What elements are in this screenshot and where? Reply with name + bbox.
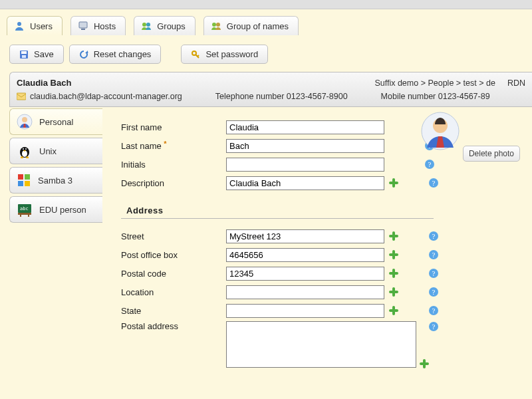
input-pobox[interactable] bbox=[226, 248, 384, 262]
user-icon bbox=[14, 21, 25, 31]
save-button[interactable]: Save bbox=[9, 45, 64, 64]
tab-group-of-names[interactable]: Group of names bbox=[203, 16, 299, 35]
set-password-button[interactable]: Set password bbox=[181, 45, 268, 64]
svg-text:?: ? bbox=[432, 251, 436, 259]
row-description: Description ? bbox=[121, 174, 440, 192]
help-state[interactable]: ? bbox=[428, 305, 439, 316]
input-postal[interactable] bbox=[226, 267, 384, 281]
svg-rect-24 bbox=[18, 213, 31, 215]
reset-icon bbox=[79, 50, 88, 59]
svg-rect-8 bbox=[21, 51, 27, 54]
input-description[interactable] bbox=[226, 176, 384, 190]
svg-point-3 bbox=[142, 23, 146, 27]
help-postal-addr[interactable]: ? bbox=[428, 321, 439, 332]
row-street: Street ? bbox=[121, 227, 440, 245]
avatar-icon bbox=[420, 111, 460, 151]
save-label: Save bbox=[34, 49, 54, 59]
tab-hosts[interactable]: Hosts bbox=[70, 16, 126, 35]
tab-users[interactable]: Users bbox=[7, 16, 63, 35]
svg-rect-19 bbox=[25, 174, 30, 180]
tab-groups-label: Groups bbox=[157, 21, 186, 31]
row-location: Location ? bbox=[121, 283, 440, 301]
tab-groups[interactable]: Groups bbox=[134, 16, 196, 35]
delete-photo-button[interactable]: Delete photo bbox=[463, 146, 520, 162]
svg-text:?: ? bbox=[432, 269, 436, 277]
sidetab-samba-label: Samba 3 bbox=[38, 176, 72, 186]
add-postal-addr[interactable] bbox=[419, 358, 430, 369]
label-location: Location bbox=[121, 287, 226, 297]
svg-text:?: ? bbox=[432, 307, 436, 315]
input-postal-addr[interactable] bbox=[226, 321, 416, 368]
mail-icon bbox=[17, 92, 26, 100]
help-description[interactable]: ? bbox=[428, 178, 439, 188]
svg-rect-11 bbox=[17, 93, 26, 100]
label-street: Street bbox=[121, 231, 226, 241]
input-first-name[interactable] bbox=[226, 120, 384, 134]
delete-photo-label: Delete photo bbox=[469, 149, 514, 158]
row-last-name: Last name * ? bbox=[121, 136, 440, 155]
input-location[interactable] bbox=[226, 285, 384, 299]
input-street[interactable] bbox=[226, 229, 384, 243]
account-name: Claudia Bach bbox=[17, 78, 71, 88]
host-icon bbox=[78, 21, 88, 31]
svg-rect-21 bbox=[25, 181, 30, 186]
help-location[interactable]: ? bbox=[428, 287, 439, 297]
svg-rect-52 bbox=[389, 291, 398, 293]
svg-point-16 bbox=[23, 148, 24, 150]
svg-text:?: ? bbox=[432, 179, 436, 187]
svg-point-17 bbox=[25, 148, 27, 150]
fields: First name ? Last name * ? Initials ? De… bbox=[121, 118, 440, 369]
svg-text:?: ? bbox=[432, 288, 436, 296]
label-description: Description bbox=[121, 178, 226, 188]
input-last-name[interactable] bbox=[226, 139, 384, 153]
side-tabs: Personal Unix Samba 3 abc EDU person bbox=[9, 107, 102, 369]
add-pobox[interactable] bbox=[388, 249, 399, 260]
add-street[interactable] bbox=[388, 231, 399, 241]
sidetab-personal-label: Personal bbox=[39, 117, 73, 127]
svg-rect-20 bbox=[18, 181, 23, 186]
section-address: Address bbox=[121, 192, 434, 219]
suffix-path[interactable]: Suffix demo > People > test > de bbox=[374, 78, 495, 88]
sidetab-edu[interactable]: abc EDU person bbox=[9, 196, 102, 223]
svg-point-5 bbox=[212, 23, 216, 27]
svg-rect-48 bbox=[389, 272, 398, 275]
reset-label: Reset changes bbox=[94, 49, 152, 59]
account-summary: Claudia Bach Suffix demo > People > test… bbox=[9, 72, 532, 107]
row-state: State ? bbox=[121, 301, 440, 320]
help-street[interactable]: ? bbox=[428, 231, 439, 241]
sidetab-edu-label: EDU person bbox=[39, 205, 86, 215]
save-icon bbox=[19, 50, 29, 59]
svg-point-0 bbox=[17, 22, 21, 26]
label-last-name: Last name * bbox=[121, 141, 226, 151]
add-location[interactable] bbox=[388, 287, 399, 297]
sidetab-unix[interactable]: Unix bbox=[9, 138, 102, 164]
svg-rect-9 bbox=[22, 55, 26, 58]
svg-rect-36 bbox=[389, 182, 398, 184]
help-pobox[interactable]: ? bbox=[428, 249, 439, 260]
add-description[interactable] bbox=[388, 178, 399, 188]
svg-text:?: ? bbox=[432, 232, 436, 240]
svg-point-6 bbox=[216, 23, 220, 27]
reset-button[interactable]: Reset changes bbox=[69, 45, 162, 64]
add-postal[interactable] bbox=[388, 268, 399, 279]
svg-rect-1 bbox=[79, 22, 87, 28]
svg-rect-40 bbox=[389, 235, 398, 237]
sidetab-samba[interactable]: Samba 3 bbox=[9, 167, 102, 194]
svg-rect-44 bbox=[389, 253, 398, 256]
sidetab-personal[interactable]: Personal bbox=[9, 108, 102, 135]
add-state[interactable] bbox=[388, 305, 399, 316]
group-names-icon bbox=[211, 21, 221, 31]
label-initials: Initials bbox=[121, 160, 226, 170]
input-initials[interactable] bbox=[226, 158, 384, 172]
svg-point-4 bbox=[146, 23, 150, 27]
svg-rect-25 bbox=[20, 215, 21, 217]
sidetab-unix-label: Unix bbox=[39, 146, 57, 156]
row-initials: Initials ? bbox=[121, 155, 440, 174]
input-state[interactable] bbox=[226, 304, 384, 318]
mobile-display: Mobile number 0123-4567-89 bbox=[381, 92, 490, 101]
rdn-label[interactable]: RDN bbox=[507, 78, 525, 88]
svg-rect-18 bbox=[18, 174, 23, 180]
help-postal[interactable]: ? bbox=[428, 268, 439, 279]
windows-icon bbox=[17, 173, 31, 188]
label-postal: Postal code bbox=[121, 269, 226, 279]
